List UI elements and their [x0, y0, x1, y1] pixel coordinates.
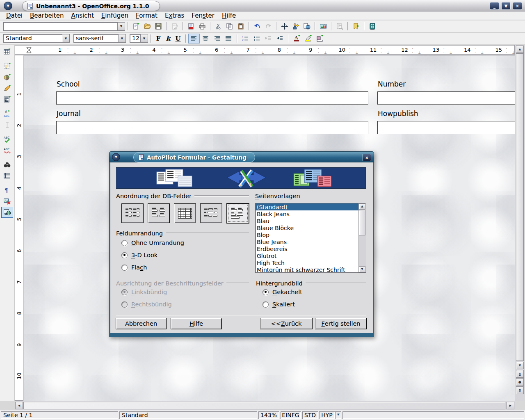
- dialog-titlebar[interactable]: ▼ AutoPilot Formular - Gestaltung ×: [109, 151, 374, 162]
- radio-option[interactable]: Skaliert: [262, 301, 361, 308]
- insert-chart-button[interactable]: [1, 72, 13, 83]
- maximize-button[interactable]: ▼: [501, 2, 511, 10]
- bold-button[interactable]: F: [153, 34, 163, 43]
- gallery-button[interactable]: [317, 21, 329, 31]
- status-insert-mode[interactable]: EINFG: [281, 411, 301, 419]
- horizontal-scrollbar[interactable]: ◀ ▶: [15, 401, 515, 410]
- margin-marker-icon[interactable]: [26, 46, 32, 54]
- align-right-button[interactable]: [211, 34, 223, 43]
- bullets-button[interactable]: [251, 34, 262, 43]
- bookmark-button[interactable]: [350, 21, 361, 31]
- cut-button[interactable]: [213, 21, 224, 31]
- save-button[interactable]: [153, 21, 164, 31]
- edit-file-button[interactable]: [169, 21, 180, 31]
- page-style-item[interactable]: Glutrot: [256, 252, 358, 259]
- page-style-item[interactable]: Blaue Blöcke: [256, 224, 358, 231]
- insert-draw-button[interactable]: [1, 83, 13, 94]
- back-button[interactable]: << Zurück: [260, 318, 313, 329]
- horizontal-ruler[interactable]: 123456789101112131415: [15, 45, 515, 55]
- radio-option[interactable]: Gekachelt: [262, 289, 361, 295]
- menu-item[interactable]: Datei: [2, 12, 26, 19]
- page-style-item[interactable]: Black Jeans: [256, 210, 358, 217]
- menu-item[interactable]: Hilfe: [218, 12, 240, 19]
- status-zoom[interactable]: 143%: [258, 411, 279, 419]
- status-selection-mode[interactable]: STD: [302, 411, 318, 419]
- number-field[interactable]: [377, 91, 515, 105]
- minimize-button[interactable]: _: [490, 2, 499, 10]
- previous-page-button[interactable]: ▲▲: [516, 370, 524, 378]
- horizontal-scrollbar-thumb[interactable]: [23, 402, 505, 409]
- increase-indent-button[interactable]: [274, 34, 285, 43]
- online-layout-button[interactable]: [1, 207, 13, 218]
- underline-button[interactable]: U: [173, 34, 183, 43]
- highlighting-button[interactable]: [302, 34, 314, 43]
- export-pdf-button[interactable]: [185, 21, 196, 31]
- howpublish-field[interactable]: [377, 121, 515, 134]
- vertical-scrollbar[interactable]: ▲ ▼ ▲▲ ● ▼▼: [515, 45, 525, 401]
- journal-field[interactable]: [56, 121, 368, 134]
- radio-option[interactable]: 3-D Look: [121, 252, 244, 258]
- url-combobox[interactable]: ▼: [3, 22, 125, 31]
- window-menu-button[interactable]: ▼: [4, 2, 12, 10]
- font-name-combo[interactable]: sans-serif ▼: [73, 34, 126, 43]
- status-hyperlink-mode[interactable]: HYP: [319, 411, 335, 419]
- page-style-item[interactable]: High Tech: [256, 259, 358, 266]
- page-preview-button[interactable]: [334, 21, 345, 31]
- align-justify-button[interactable]: [223, 34, 234, 43]
- menu-item[interactable]: Einfügen: [98, 12, 132, 19]
- decrease-indent-button[interactable]: [262, 34, 274, 43]
- radio-option[interactable]: Rechtsbündig: [121, 301, 244, 308]
- dialog-close-button[interactable]: ×: [363, 154, 371, 161]
- hyperlink-dialog-button[interactable]: [301, 21, 312, 31]
- find-replace-button[interactable]: [1, 159, 13, 170]
- page-style-item[interactable]: Blue Jeans: [256, 238, 358, 245]
- new-document-button[interactable]: [130, 21, 142, 31]
- navigation-button[interactable]: ●: [516, 378, 524, 386]
- menu-item[interactable]: Fenster: [188, 12, 218, 19]
- align-center-button[interactable]: [200, 34, 211, 43]
- copy-button[interactable]: [224, 21, 235, 31]
- scroll-right-button[interactable]: ▶: [507, 402, 514, 409]
- scroll-left-button[interactable]: ◀: [15, 402, 23, 409]
- paragraph-style-dropdown[interactable]: ▼: [62, 34, 69, 42]
- help-button[interactable]: Hilfe: [171, 318, 222, 329]
- insert-frame-button[interactable]: [1, 61, 13, 72]
- redo-button[interactable]: [262, 21, 274, 31]
- numbering-button[interactable]: 12: [240, 34, 251, 43]
- autotext-button[interactable]: AABC: [1, 108, 13, 119]
- menu-item[interactable]: Ansicht: [67, 12, 97, 19]
- radio-option[interactable]: Ohne Umrandung: [121, 240, 244, 246]
- page-styles-listbox[interactable]: (Standard)Black JeansBlauBlaue BlöckeBlo…: [255, 203, 366, 273]
- next-page-button[interactable]: ▼▼: [516, 386, 524, 394]
- url-dropdown-button[interactable]: ▼: [117, 23, 125, 30]
- arrangement-columnar-labels-left-button[interactable]: [121, 203, 144, 223]
- close-button[interactable]: ×: [513, 2, 522, 10]
- graphics-on-off-button[interactable]: [1, 196, 13, 207]
- data-sources-button[interactable]: [367, 21, 378, 31]
- scroll-down-button[interactable]: ▼: [516, 362, 524, 369]
- nonprinting-characters-button[interactable]: ¶: [1, 185, 13, 196]
- italic-button[interactable]: k: [163, 34, 173, 43]
- dialog-menu-button[interactable]: ▼: [112, 153, 120, 161]
- print-button[interactable]: [196, 21, 208, 31]
- radio-option[interactable]: Flach: [121, 264, 244, 271]
- arrangement-blocks-labels-left-button[interactable]: [200, 203, 222, 223]
- vertical-ruler[interactable]: 12345678910: [15, 55, 23, 401]
- navigator-button[interactable]: [279, 21, 290, 31]
- paragraph-background-button[interactable]: [314, 34, 325, 43]
- data-sources-view-button[interactable]: [1, 170, 13, 181]
- menu-item[interactable]: Bearbeiten: [26, 12, 67, 19]
- undo-button[interactable]: [251, 21, 262, 31]
- school-field[interactable]: [56, 91, 368, 105]
- menu-item[interactable]: Format: [132, 12, 161, 19]
- scroll-up-button[interactable]: ▲: [516, 46, 524, 53]
- align-left-button[interactable]: [188, 34, 200, 43]
- insert-table-button[interactable]: [1, 46, 13, 57]
- direct-cursor-button[interactable]: [1, 119, 13, 130]
- menu-item[interactable]: Extras: [161, 12, 188, 19]
- page-style-item[interactable]: (Standard): [256, 203, 358, 210]
- paste-button[interactable]: [235, 21, 246, 31]
- cancel-button[interactable]: Abbrechen: [116, 318, 167, 329]
- radio-option[interactable]: Linksbündig: [121, 289, 244, 295]
- arrangement-as-datasheet-button[interactable]: [174, 203, 196, 223]
